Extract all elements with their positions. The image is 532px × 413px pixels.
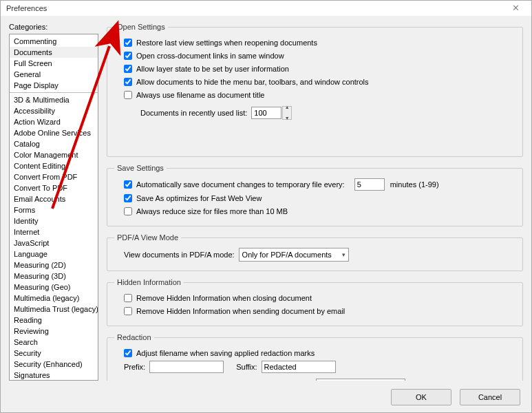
reduce-size-checkbox[interactable]	[124, 207, 132, 215]
category-item[interactable]: Accessibility	[10, 105, 98, 116]
hidden-info-legend: Hidden Information	[114, 278, 184, 286]
recent-list-label: Documents in recently used list:	[140, 107, 247, 118]
category-item[interactable]: Page Display	[10, 80, 98, 91]
dialog-buttons: OK Cancel	[391, 389, 520, 405]
category-item[interactable]: Measuring (Geo)	[10, 282, 98, 293]
open-settings-group: Open Settings Restore last view settings…	[107, 23, 523, 157]
filename-title-label: Always use filename as document title	[136, 89, 264, 100]
category-item[interactable]: JavaScript	[10, 237, 98, 248]
suffix-input[interactable]	[262, 361, 336, 373]
filename-title-checkbox[interactable]	[124, 91, 132, 99]
category-item[interactable]: Email Accounts	[10, 193, 98, 204]
category-item[interactable]: Convert To PDF	[10, 182, 98, 193]
category-item[interactable]: Documents	[10, 47, 98, 58]
redaction-legend: Redaction	[114, 333, 154, 341]
suffix-label: Suffix:	[236, 361, 257, 372]
categories-label: Categories:	[9, 23, 98, 31]
redaction-group: Redaction Adjust filename when saving ap…	[107, 333, 523, 381]
restore-last-view-checkbox[interactable]	[124, 39, 132, 47]
category-item[interactable]: Multimedia Trust (legacy)	[10, 304, 98, 315]
layer-state-checkbox[interactable]	[124, 65, 132, 73]
category-item[interactable]: Catalog	[10, 138, 98, 149]
localization-label: Choose localization for Search & Remove …	[124, 380, 312, 381]
reduce-size-label: Always reduce size for files more than 1…	[136, 206, 288, 217]
prefix-label: Prefix:	[124, 361, 145, 372]
cross-doc-links-label: Open cross-document links in same window	[136, 50, 284, 61]
category-item[interactable]: Reviewing	[10, 326, 98, 337]
ok-button[interactable]: OK	[391, 389, 451, 405]
categories-list[interactable]: CommentingDocumentsFull ScreenGeneralPag…	[9, 34, 98, 381]
pdfa-legend: PDF/A View Mode	[114, 233, 181, 242]
adjust-filename-label: Adjust filename when saving applied reda…	[136, 348, 315, 359]
category-item[interactable]: Color Management	[10, 149, 98, 160]
category-item[interactable]: Measuring (2D)	[10, 260, 98, 271]
recent-list-input[interactable]	[251, 107, 281, 119]
close-icon[interactable]: ✕	[505, 1, 526, 16]
remove-hidden-email-checkbox[interactable]	[124, 307, 132, 315]
category-item[interactable]: Action Wizard	[10, 116, 98, 127]
pdfa-mode-select[interactable]: Only for PDF/A documents ▾	[239, 248, 349, 262]
category-item[interactable]: Adobe Online Services	[10, 127, 98, 138]
chevron-down-icon: ▾	[394, 380, 402, 381]
category-item[interactable]: Security	[10, 348, 98, 359]
category-item[interactable]: Multimedia (legacy)	[10, 293, 98, 304]
fast-web-view-checkbox[interactable]	[124, 194, 132, 202]
hidden-info-group: Hidden Information Remove Hidden Informa…	[107, 278, 523, 326]
autosave-checkbox[interactable]	[124, 180, 132, 189]
localization-select[interactable]: English (US) ▾	[316, 379, 405, 381]
localization-value: English (US)	[319, 380, 362, 381]
category-item[interactable]: Security (Enhanced)	[10, 359, 98, 370]
settings-panel: Open Settings Restore last view settings…	[107, 23, 523, 381]
category-item[interactable]: Forms	[10, 204, 98, 215]
prefix-input[interactable]	[149, 361, 224, 373]
cross-doc-links-checkbox[interactable]	[124, 52, 132, 60]
autosave-minutes-input[interactable]	[354, 178, 385, 191]
chevron-down-icon: ▾	[338, 249, 345, 260]
titlebar: Preferences ✕	[1, 1, 531, 17]
preferences-window: Preferences ✕ Categories: CommentingDocu…	[0, 0, 532, 413]
open-settings-legend: Open Settings	[114, 23, 168, 31]
category-item[interactable]: Content Editing	[10, 160, 98, 171]
pdfa-group: PDF/A View Mode View documents in PDF/A …	[107, 233, 523, 271]
remove-hidden-closing-checkbox[interactable]	[124, 294, 132, 302]
recent-list-spinner[interactable]: ▲▼	[282, 106, 292, 120]
hide-menu-checkbox[interactable]	[124, 78, 132, 86]
category-item[interactable]: Reading	[10, 315, 98, 326]
pdfa-mode-label: View documents in PDF/A mode:	[124, 249, 235, 260]
autosave-label-post: minutes (1-99)	[390, 179, 439, 190]
category-item[interactable]: Identity	[10, 215, 98, 226]
category-item[interactable]: Internet	[10, 226, 98, 237]
save-settings-group: Save Settings Automatically save documen…	[107, 164, 523, 226]
remove-hidden-closing-label: Remove Hidden Information when closing d…	[136, 293, 312, 304]
restore-last-view-label: Restore last view settings when reopenin…	[136, 37, 317, 48]
window-title: Preferences	[6, 1, 47, 16]
category-item[interactable]: Language	[10, 248, 98, 260]
cancel-button[interactable]: Cancel	[460, 389, 520, 405]
category-item[interactable]: Measuring (3D)	[10, 271, 98, 282]
categories-panel: Categories: CommentingDocumentsFull Scre…	[9, 23, 98, 381]
category-item[interactable]: Convert From PDF	[10, 171, 98, 182]
category-item[interactable]: Search	[10, 337, 98, 348]
adjust-filename-checkbox[interactable]	[124, 349, 132, 357]
category-item[interactable]: Signatures	[10, 370, 98, 381]
save-settings-legend: Save Settings	[114, 164, 167, 172]
category-item[interactable]: Full Screen	[10, 58, 98, 69]
category-item[interactable]: 3D & Multimedia	[10, 94, 98, 105]
remove-hidden-email-label: Remove Hidden Information when sending d…	[136, 306, 345, 317]
category-item[interactable]: General	[10, 69, 98, 80]
layer-state-label: Allow layer state to be set by user info…	[136, 63, 289, 74]
dialog-body: Categories: CommentingDocumentsFull Scre…	[1, 16, 531, 412]
pdfa-mode-value: Only for PDF/A documents	[242, 249, 332, 260]
hide-menu-label: Allow documents to hide the menu bar, to…	[136, 76, 369, 87]
fast-web-view-label: Save As optimizes for Fast Web View	[136, 193, 262, 204]
category-item[interactable]: Commenting	[10, 36, 98, 47]
autosave-label-pre: Automatically save document changes to t…	[136, 179, 345, 190]
